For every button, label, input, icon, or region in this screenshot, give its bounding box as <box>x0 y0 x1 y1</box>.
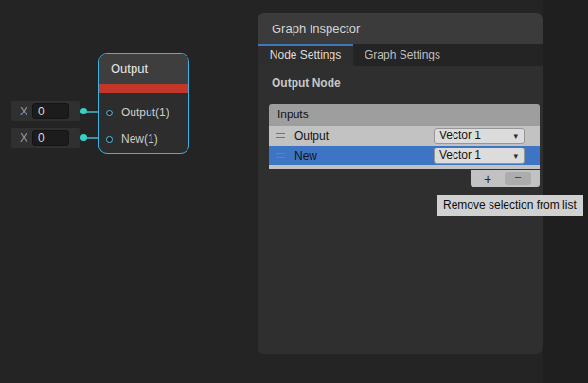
value-field-output[interactable] <box>32 103 69 119</box>
axis-label-x: X <box>20 105 27 118</box>
output-node[interactable]: Output Output(1) New(1) <box>98 53 189 154</box>
tooltip: Remove selection from list <box>437 195 583 216</box>
row-label: New <box>294 149 317 163</box>
list-footer-buttons: + − <box>471 170 540 187</box>
type-dropdown[interactable]: Vector 1 ▾ <box>434 148 525 164</box>
port-row: New(1) <box>99 126 188 152</box>
node-port-list: Output(1) New(1) <box>99 93 188 152</box>
section-title: Output Node <box>272 77 543 90</box>
inspector-tabbar: Node Settings Graph Settings <box>258 44 543 66</box>
chevron-down-icon: ▾ <box>513 149 518 164</box>
drag-handle-icon[interactable] <box>276 153 285 158</box>
port-icon[interactable] <box>106 110 113 116</box>
list-footer: + − <box>269 169 540 190</box>
edge-start-dot[interactable] <box>80 108 87 114</box>
inputs-reorderable-list: Inputs Output Vector 1 ▾ New Vector 1 ▾ <box>269 104 540 190</box>
remove-button[interactable]: − <box>505 172 531 185</box>
value-field-new[interactable] <box>32 130 69 146</box>
tab-node-settings[interactable]: Node Settings <box>258 44 353 66</box>
panel-title[interactable]: Graph Inspector <box>258 13 543 44</box>
dropdown-value: Vector 1 <box>439 148 481 162</box>
port-row: Output(1) <box>99 99 188 126</box>
axis-label-x: X <box>20 131 27 145</box>
chevron-down-icon: ▾ <box>513 130 518 144</box>
port-label: New(1) <box>121 132 158 146</box>
type-dropdown[interactable]: Vector 1 ▾ <box>434 128 525 144</box>
row-label: Output <box>294 130 329 143</box>
graph-canvas[interactable]: X X Output Output(1) New(1) Graph Inspec… <box>0 0 588 383</box>
list-item-output[interactable]: Output Vector 1 ▾ <box>269 126 540 146</box>
graph-inspector-panel: Graph Inspector Node Settings Graph Sett… <box>258 13 543 354</box>
list-rows: Output Vector 1 ▾ New Vector 1 ▾ <box>269 126 540 169</box>
window-edge-strip <box>543 0 588 383</box>
inline-port-input-new: X <box>11 128 80 148</box>
port-label: Output(1) <box>121 106 169 119</box>
port-icon[interactable] <box>106 136 113 143</box>
edge-start-dot[interactable] <box>80 134 87 141</box>
list-header: Inputs <box>269 104 540 126</box>
dropdown-value: Vector 1 <box>439 129 481 142</box>
drag-handle-icon[interactable] <box>276 133 285 138</box>
list-item-new[interactable]: New Vector 1 ▾ <box>269 146 540 165</box>
add-button[interactable]: + <box>471 171 505 186</box>
tab-graph-settings[interactable]: Graph Settings <box>353 44 452 66</box>
inline-port-input-output: X <box>11 101 80 121</box>
node-status-bar <box>99 84 188 93</box>
node-title: Output <box>99 54 188 84</box>
